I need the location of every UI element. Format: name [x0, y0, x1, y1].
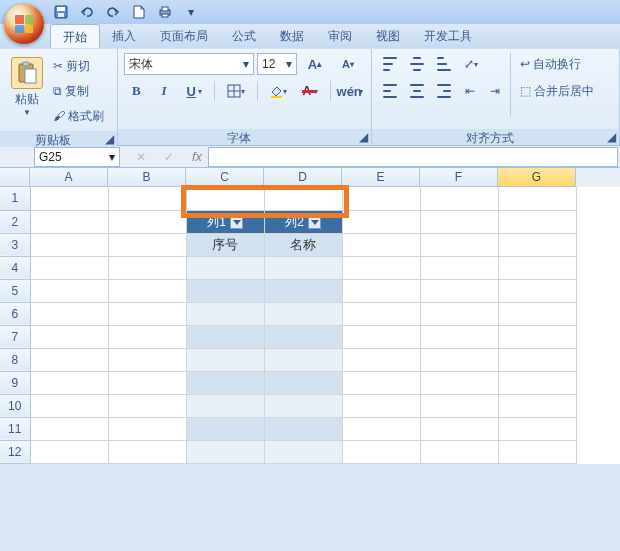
- table-cell[interactable]: [186, 325, 264, 348]
- cut-button[interactable]: ✂ 剪切: [48, 55, 109, 77]
- borders-button[interactable]: ▾: [222, 80, 250, 102]
- row-header[interactable]: 8: [0, 348, 30, 371]
- table-cell[interactable]: [186, 256, 264, 279]
- tab-developer[interactable]: 开发工具: [412, 24, 484, 48]
- align-right-button[interactable]: [432, 80, 456, 102]
- tab-review[interactable]: 审阅: [316, 24, 364, 48]
- spreadsheet-grid[interactable]: A B C D E F G 1 2 列1 列2 3序号名称 4 5 6 7 8 …: [0, 168, 620, 464]
- table-cell[interactable]: 序号: [186, 233, 264, 256]
- qat-save-button[interactable]: [50, 1, 72, 23]
- table-cell[interactable]: [264, 256, 342, 279]
- underline-button[interactable]: U▾: [179, 80, 207, 102]
- formula-bar[interactable]: [208, 147, 618, 167]
- increase-font-button[interactable]: A▴: [300, 53, 330, 75]
- table-cell[interactable]: [186, 394, 264, 417]
- align-left-button[interactable]: [378, 80, 402, 102]
- row-header[interactable]: 4: [0, 256, 30, 279]
- cancel-formula-button[interactable]: ✕: [130, 147, 152, 167]
- align-middle-button[interactable]: [405, 53, 429, 75]
- qat-print-button[interactable]: [154, 1, 176, 23]
- decrease-indent-button[interactable]: ⇤: [459, 80, 481, 102]
- filter-dropdown-icon[interactable]: [308, 216, 321, 229]
- decrease-font-button[interactable]: A▾: [333, 53, 363, 75]
- qat-customize-dropdown[interactable]: ▾: [180, 1, 202, 23]
- qat-undo-button[interactable]: [76, 1, 98, 23]
- row-header[interactable]: 2: [0, 210, 30, 233]
- dialog-launcher-icon[interactable]: ◢: [359, 130, 368, 144]
- align-middle-icon: [410, 57, 424, 71]
- table-cell[interactable]: [264, 440, 342, 463]
- font-name-value: 宋体: [129, 56, 153, 73]
- table-cell[interactable]: [264, 371, 342, 394]
- table-cell[interactable]: [264, 325, 342, 348]
- tab-home[interactable]: 开始: [50, 24, 100, 48]
- row-header[interactable]: 1: [0, 187, 30, 210]
- table-header-cell[interactable]: 列2: [264, 210, 342, 233]
- fill-color-button[interactable]: ▾: [264, 80, 292, 102]
- row-header[interactable]: 9: [0, 371, 30, 394]
- enter-formula-button[interactable]: ✓: [158, 147, 180, 167]
- table-cell[interactable]: [264, 394, 342, 417]
- table-cell[interactable]: [186, 348, 264, 371]
- copy-button[interactable]: ⧉ 复制: [48, 80, 109, 102]
- column-header-d[interactable]: D: [264, 168, 342, 187]
- name-box[interactable]: G25 ▾: [34, 147, 120, 167]
- table-cell[interactable]: [186, 440, 264, 463]
- table-cell[interactable]: [264, 417, 342, 440]
- tab-formula[interactable]: 公式: [220, 24, 268, 48]
- tab-data[interactable]: 数据: [268, 24, 316, 48]
- tab-view[interactable]: 视图: [364, 24, 412, 48]
- formula-bar-row: G25 ▾ ✕ ✓ fx: [0, 146, 620, 168]
- filter-dropdown-icon[interactable]: [230, 216, 243, 229]
- row-header[interactable]: 7: [0, 325, 30, 348]
- dialog-launcher-icon[interactable]: ◢: [607, 130, 616, 144]
- table-cell[interactable]: [186, 279, 264, 302]
- bold-button[interactable]: B: [124, 80, 149, 102]
- row-header[interactable]: 11: [0, 417, 30, 440]
- phonetic-button[interactable]: wén▾: [337, 80, 365, 102]
- column-header-f[interactable]: F: [420, 168, 498, 187]
- merge-center-button[interactable]: ⬚ 合并后居中: [515, 80, 599, 102]
- row-header[interactable]: 5: [0, 279, 30, 302]
- align-bottom-button[interactable]: [432, 53, 456, 75]
- align-top-button[interactable]: [378, 53, 402, 75]
- table-cell[interactable]: 名称: [264, 233, 342, 256]
- qat-new-button[interactable]: [128, 1, 150, 23]
- phonetic-icon: wén: [339, 81, 359, 101]
- table-cell[interactable]: [264, 348, 342, 371]
- row-header[interactable]: 12: [0, 440, 30, 463]
- row-header[interactable]: 10: [0, 394, 30, 417]
- font-name-combobox[interactable]: 宋体 ▾: [124, 53, 254, 75]
- paste-button[interactable]: 粘贴 ▼: [6, 53, 48, 117]
- table-cell[interactable]: [186, 371, 264, 394]
- tab-insert[interactable]: 插入: [100, 24, 148, 48]
- align-center-button[interactable]: [405, 80, 429, 102]
- bucket-icon: [269, 81, 283, 101]
- format-painter-label: 格式刷: [68, 108, 104, 125]
- office-button[interactable]: [4, 4, 44, 44]
- wrap-text-button[interactable]: ↩ 自动换行: [515, 53, 599, 75]
- column-header-g[interactable]: G: [498, 168, 576, 187]
- column-header-c[interactable]: C: [186, 168, 264, 187]
- orientation-button[interactable]: ⤢▾: [459, 53, 483, 75]
- select-all-corner[interactable]: [0, 168, 30, 187]
- table-cell[interactable]: [186, 417, 264, 440]
- row-header[interactable]: 6: [0, 302, 30, 325]
- table-cell[interactable]: [186, 302, 264, 325]
- tab-page-layout[interactable]: 页面布局: [148, 24, 220, 48]
- table-cell[interactable]: [264, 302, 342, 325]
- column-header-b[interactable]: B: [108, 168, 186, 187]
- increase-indent-button[interactable]: ⇥: [484, 80, 506, 102]
- table-header-cell[interactable]: 列1: [186, 210, 264, 233]
- font-size-combobox[interactable]: 12 ▾: [257, 53, 297, 75]
- italic-button[interactable]: I: [152, 80, 177, 102]
- column-header-a[interactable]: A: [30, 168, 108, 187]
- qat-redo-button[interactable]: [102, 1, 124, 23]
- dialog-launcher-icon[interactable]: ◢: [105, 132, 114, 146]
- column-header-e[interactable]: E: [342, 168, 420, 187]
- font-color-button[interactable]: A▾: [295, 80, 323, 102]
- format-painter-button[interactable]: 🖌 格式刷: [48, 105, 109, 127]
- table-cell[interactable]: [264, 279, 342, 302]
- row-header[interactable]: 3: [0, 233, 30, 256]
- insert-function-button[interactable]: fx: [186, 147, 208, 167]
